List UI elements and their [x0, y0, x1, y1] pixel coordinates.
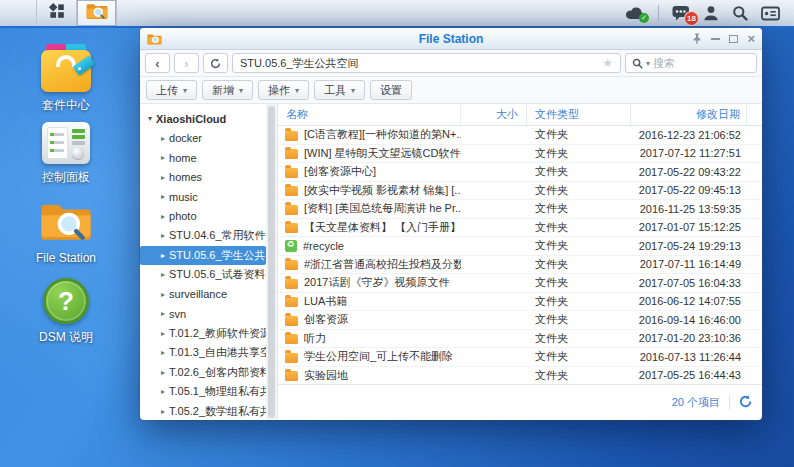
- table-row[interactable]: [WIN] 星特朗天文望远镜CD软件 文件夹 2017-07-12 11:27:…: [278, 145, 762, 164]
- sidebar-scrollbar-thumb[interactable]: [268, 106, 275, 418]
- chevron-collapsed-icon[interactable]: ▸: [161, 329, 165, 338]
- table-row[interactable]: [创客资源中心] 文件夹 2017-05-22 09:43:22: [278, 163, 762, 182]
- sidebar-tree-item[interactable]: ▸ surveillance: [140, 285, 266, 305]
- user-account-icon[interactable]: [703, 5, 719, 21]
- sidebar-tree-item[interactable]: ▸ photo: [140, 207, 266, 227]
- notification-count-badge: 18: [685, 12, 698, 25]
- chevron-collapsed-icon[interactable]: ▸: [161, 231, 165, 240]
- main-menu-button[interactable]: [37, 0, 77, 26]
- table-row[interactable]: 【天文星体资料】 【入门手册】 文件夹 2017-01-07 15:12:25: [278, 219, 762, 238]
- chevron-collapsed-icon[interactable]: ▸: [161, 348, 165, 357]
- chevron-collapsed-icon[interactable]: ▸: [161, 134, 165, 143]
- chevron-collapsed-icon[interactable]: ▸: [161, 290, 165, 299]
- toolbar-button[interactable]: 上传 ▾: [146, 80, 197, 100]
- chevron-collapsed-icon[interactable]: ▸: [161, 153, 165, 162]
- desktop-icon-label: File Station: [36, 251, 96, 265]
- chevron-collapsed-icon[interactable]: ▸: [161, 192, 165, 201]
- sidebar-item-label: T.01.2_教师软件资源区: [169, 326, 266, 341]
- desktop-icon-package-center[interactable]: 套件中心: [14, 44, 118, 122]
- table-row[interactable]: 实验园地 文件夹 2017-05-25 16:44:43: [278, 367, 762, 385]
- forward-button[interactable]: ›: [174, 53, 199, 73]
- sidebar-tree-item[interactable]: ▸ T.02.6_创客内部资料: [140, 363, 266, 383]
- column-header-type[interactable]: 文件类型: [527, 104, 631, 125]
- chevron-collapsed-icon[interactable]: ▸: [161, 270, 165, 279]
- chevron-collapsed-icon[interactable]: ▸: [161, 212, 165, 221]
- pilot-view-icon[interactable]: [761, 6, 780, 21]
- table-row[interactable]: 听力 文件夹 2017-01-20 23:10:36: [278, 330, 762, 349]
- toolbar-button[interactable]: 新增 ▾: [202, 80, 253, 100]
- table-row[interactable]: LUA书籍 文件夹 2016-06-12 14:07:55: [278, 293, 762, 312]
- column-header-name[interactable]: 名称: [278, 104, 461, 125]
- sidebar-root-xiaoshicloud[interactable]: ▾ XiaoshiCloud: [140, 109, 266, 129]
- column-header-extra: [747, 104, 762, 125]
- notifications-icon[interactable]: 18: [672, 5, 690, 21]
- toolbar-button[interactable]: 设置 ▾: [370, 80, 412, 100]
- maximize-icon[interactable]: [729, 35, 738, 43]
- sidebar-tree-item[interactable]: ▸ svn: [140, 304, 266, 324]
- path-input[interactable]: [240, 57, 602, 69]
- file-station-folder-icon: [86, 2, 108, 24]
- search-options-caret-icon[interactable]: ▾: [646, 59, 650, 68]
- column-header-size[interactable]: 大小: [461, 104, 527, 125]
- taskbar-spacer: [0, 0, 37, 26]
- sidebar-tree-item[interactable]: ▸ docker: [140, 129, 266, 149]
- column-header-modified[interactable]: 修改日期: [631, 104, 747, 125]
- sidebar-tree-item[interactable]: ▸ STU.05.6_学生公共空间: [140, 246, 266, 266]
- sidebar-scrollbar[interactable]: [266, 104, 277, 420]
- toolbar-button[interactable]: 操作 ▾: [258, 80, 309, 100]
- desktop-icon-dsm-help[interactable]: ? DSM 说明: [14, 278, 118, 356]
- sidebar-tree-item[interactable]: ▸ T.05.1_物理组私有共享空: [140, 382, 266, 402]
- file-type: 文件夹: [527, 183, 631, 198]
- file-modified-date: 2016-07-13 11:26:44: [631, 351, 747, 363]
- close-icon[interactable]: ×: [747, 34, 755, 44]
- taskbar-file-station-button[interactable]: [77, 0, 117, 26]
- table-row[interactable]: 2017话剧《守岁》视频原文件 文件夹 2017-07-05 16:04:33: [278, 274, 762, 293]
- toolbar-button[interactable]: 工具 ▾: [314, 80, 365, 100]
- search-icon[interactable]: [732, 5, 748, 21]
- table-row[interactable]: [资料] [美国总统每周演讲 he Pr... 文件夹 2016-11-25 1…: [278, 200, 762, 219]
- pin-icon[interactable]: [692, 33, 702, 44]
- file-name: LUA书籍: [304, 294, 347, 309]
- toolbar-button-label: 设置: [380, 83, 402, 98]
- minimize-icon[interactable]: [711, 37, 720, 40]
- chevron-collapsed-icon[interactable]: ▸: [161, 173, 165, 182]
- sidebar-tree-item[interactable]: ▸ T.05.2_数学组私有共享空: [140, 402, 266, 421]
- search-box[interactable]: ▾: [625, 53, 757, 73]
- refresh-list-icon[interactable]: [739, 395, 752, 411]
- sidebar-tree-item[interactable]: ▸ music: [140, 187, 266, 207]
- sidebar-tree-item[interactable]: ▸ homes: [140, 168, 266, 188]
- table-row[interactable]: [效实中学视频 影视素材 锦集] [... 文件夹 2017-05-22 09:…: [278, 182, 762, 201]
- desktop-icon-file-station[interactable]: File Station: [14, 200, 118, 278]
- search-input[interactable]: [653, 57, 750, 69]
- chevron-collapsed-icon[interactable]: ▸: [161, 368, 165, 377]
- chevron-collapsed-icon[interactable]: ▸: [161, 407, 165, 416]
- navigation-bar: ‹ › ★ ▾: [140, 50, 762, 77]
- window-titlebar[interactable]: File Station ×: [140, 28, 762, 50]
- sidebar-tree-item[interactable]: ▸ STU.05.6_试卷资料下载: [140, 265, 266, 285]
- file-modified-date: 2017-05-22 09:45:13: [631, 184, 747, 196]
- favorite-star-icon[interactable]: ★: [602, 56, 613, 70]
- file-name: 【天文星体资料】 【入门手册】: [304, 220, 461, 235]
- table-row[interactable]: 学生公用空间_可上传不能删除 文件夹 2016-07-13 11:26:44: [278, 348, 762, 367]
- chevron-collapsed-icon[interactable]: ▸: [161, 387, 165, 396]
- window-content: ▾ XiaoshiCloud ▸ docker ▸ home: [140, 104, 762, 420]
- sidebar-tree-item[interactable]: ▸ STU.04.6_常用软件: [140, 226, 266, 246]
- file-modified-date: 2016-11-25 13:59:35: [631, 203, 747, 215]
- file-modified-date: 2016-06-12 14:07:55: [631, 295, 747, 307]
- chevron-collapsed-icon[interactable]: ▸: [161, 251, 165, 260]
- table-row[interactable]: #浙江省普通高校招生投档及分数... 文件夹 2017-07-11 16:14:…: [278, 256, 762, 275]
- folder-icon: [285, 279, 298, 289]
- cloud-sync-icon[interactable]: ✓: [625, 6, 645, 20]
- chevron-collapsed-icon[interactable]: ▸: [161, 309, 165, 318]
- path-field[interactable]: ★: [232, 53, 621, 73]
- back-button[interactable]: ‹: [145, 53, 170, 73]
- desktop-icon-control-panel[interactable]: 控制面板: [14, 122, 118, 200]
- sidebar-tree-item[interactable]: ▸ home: [140, 148, 266, 168]
- sidebar-tree-item[interactable]: ▸ T.01.2_教师软件资源区: [140, 324, 266, 344]
- table-row[interactable]: [C语言教程][一种你知道的第N+... 文件夹 2016-12-23 21:0…: [278, 126, 762, 145]
- table-row[interactable]: #recycle 文件夹 2017-05-24 19:29:13: [278, 237, 762, 256]
- sidebar-tree-item[interactable]: ▸ T.01.3_自由港共享空间: [140, 343, 266, 363]
- file-name: [效实中学视频 影视素材 锦集] [...: [304, 183, 461, 198]
- refresh-button[interactable]: [203, 53, 228, 73]
- table-row[interactable]: 创客资源 文件夹 2016-09-14 16:46:00: [278, 311, 762, 330]
